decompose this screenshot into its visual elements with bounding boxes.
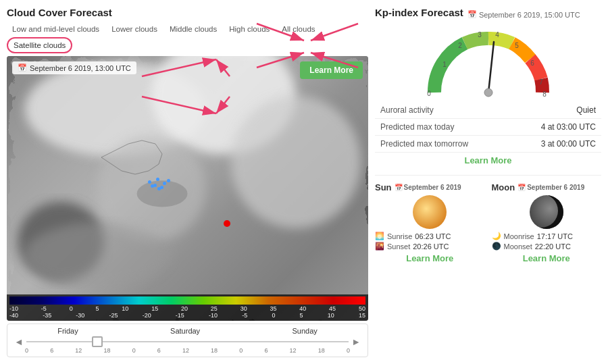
moon-title: Moon: [492, 182, 515, 192]
sunset-value: 20:26 UTC: [413, 242, 449, 251]
aurora-dot: [156, 178, 159, 181]
tab-lower-clouds[interactable]: Lower clouds: [106, 22, 163, 36]
sun-date: 📅 September 6 2019: [395, 184, 461, 191]
sunrise-value: 06:23 UTC: [415, 232, 451, 240]
sunrise-label: Sunrise: [387, 232, 412, 240]
timeline: Friday Saturday Sunday ◄ ► 0 6 12 18 0: [7, 323, 368, 357]
moonrise-icon: 🌙: [492, 232, 501, 240]
colorbar-container: -10 -5 0 5 10 15 20 25 30 35 40 45 50: [7, 294, 368, 321]
moon-times: 🌙 Moonrise 17:17 UTC 🌑 Moonset 22:20 UTC: [492, 232, 602, 251]
kp-max-today-value: 4 at 03:00 UTC: [511, 119, 601, 136]
kp-row-max-today: Predicted max today 4 at 03:00 UTC: [375, 119, 601, 136]
svg-point-6: [25, 223, 170, 286]
colorbar-top-labels: -10 -5 0 5 10 15 20 25 30 35 40 45 50: [9, 305, 365, 312]
kp-auroral-label: Auroral activity: [375, 102, 511, 119]
moon-date: 📅 September 6 2019: [517, 184, 584, 191]
kp-max-today-label: Predicted max today: [375, 119, 511, 136]
day-label-friday: Friday: [57, 327, 78, 335]
moonset-icon: 🌑: [492, 242, 501, 251]
kp-row-max-tomorrow: Predicted max tomorrow 3 at 00:00 UTC: [375, 136, 601, 153]
svg-point-24: [484, 88, 492, 97]
sun-date-text: September 6 2019: [404, 184, 461, 191]
aurora-dot: [151, 184, 154, 188]
right-panel: Kp-index Forecast 📅 September 6 2019, 15…: [375, 7, 601, 357]
cloud-tabs: Low and mid-level clouds Lower clouds Mi…: [7, 22, 368, 53]
kp-row-auroral: Auroral activity Quiet: [375, 102, 601, 119]
moonrise-row: 🌙 Moonrise 17:17 UTC: [492, 232, 602, 240]
kp-header: Kp-index Forecast 📅 September 6 2019, 15…: [375, 7, 601, 22]
sun-image: [413, 195, 447, 229]
aurora-dot: [167, 179, 170, 182]
moonset-label: Moonset: [504, 242, 532, 251]
kp-max-tomorrow-label: Predicted max tomorrow: [375, 136, 511, 153]
sunrise-row: 🌅 Sunrise 06:23 UTC: [375, 232, 485, 240]
moon-date-text: September 6 2019: [527, 184, 584, 191]
timeline-slider-row: ◄ ►: [11, 336, 363, 347]
moonset-value: 22:20 UTC: [535, 242, 571, 251]
sunrise-icon: 🌅: [375, 232, 384, 240]
moon-header: Moon 📅 September 6 2019: [492, 182, 602, 192]
sunset-row: 🌇 Sunset 20:26 UTC: [375, 242, 485, 251]
moon-learn-more-link[interactable]: Learn More: [492, 253, 602, 263]
colorbar: [9, 296, 365, 305]
moonset-row: 🌑 Moonset 22:20 UTC: [492, 242, 602, 251]
svg-text:4: 4: [495, 31, 499, 38]
svg-point-4: [231, 96, 361, 228]
kp-section: Kp-index Forecast 📅 September 6 2019, 15…: [375, 7, 601, 168]
kp-title: Kp-index Forecast: [375, 7, 463, 18]
cloud-pattern-svg: [7, 56, 368, 321]
svg-text:5: 5: [515, 42, 519, 49]
colorbar-bottom-labels: -40 -35 -30 -25 -20 -15 -10 -5 0 5 10 15: [9, 312, 365, 319]
tab-middle-clouds[interactable]: Middle clouds: [164, 22, 222, 36]
kp-learn-more-link[interactable]: Learn More: [375, 155, 601, 165]
map-background: 📅 September 6 2019, 13:00 UTC Learn More…: [7, 56, 368, 321]
timeline-handle[interactable]: [92, 336, 103, 347]
day-label-sunday: Sunday: [292, 327, 317, 335]
svg-text:6: 6: [530, 59, 534, 67]
timeline-hour-labels: 0 6 12 18 0 6 12 18 0 6 12 18 0: [11, 347, 363, 354]
aurora-dot: [148, 180, 151, 184]
svg-line-23: [488, 42, 494, 93]
sun-learn-more-link[interactable]: Learn More: [375, 253, 485, 263]
timeline-left-arrow[interactable]: ◄: [11, 336, 26, 347]
svg-point-7: [137, 180, 188, 207]
aurora-dot: [163, 182, 166, 185]
sun-title: Sun: [375, 182, 392, 192]
moon-image: [530, 195, 563, 229]
location-marker: [224, 220, 230, 227]
svg-text:2: 2: [458, 42, 462, 49]
left-panel: Cloud Cover Forecast Low and mid-level c…: [7, 7, 368, 357]
cloud-forecast-title: Cloud Cover Forecast: [7, 7, 368, 18]
kp-info-table: Auroral activity Quiet Predicted max tod…: [375, 102, 601, 153]
calendar-icon-kp: 📅: [467, 10, 477, 19]
moonrise-label: Moonrise: [504, 232, 534, 240]
gauge-svg: 0 1 2 3 4 5 6 7 8 9: [421, 25, 556, 99]
timeline-day-labels: Friday Saturday Sunday: [11, 327, 363, 335]
svg-text:1: 1: [442, 61, 447, 68]
map-learn-more-button[interactable]: Learn More: [300, 61, 363, 79]
svg-text:8: 8: [542, 90, 547, 98]
tab-satellite-clouds[interactable]: Satellite clouds: [7, 37, 72, 53]
timeline-line: [26, 341, 349, 342]
sunset-label: Sunset: [387, 242, 410, 251]
tab-low-mid-clouds[interactable]: Low and mid-level clouds: [7, 22, 105, 36]
map-timestamp-text: September 6 2019, 13:00 UTC: [30, 64, 131, 72]
timeline-right-arrow[interactable]: ►: [349, 336, 363, 347]
sun-moon-section: Sun 📅 September 6 2019 🌅 Sunrise 06:23 U…: [375, 182, 601, 266]
kp-date: 📅 September 6 2019, 15:00 UTC: [467, 10, 580, 19]
svg-text:0: 0: [427, 90, 431, 97]
svg-text:7: 7: [539, 78, 543, 86]
calendar-icon: 📅: [18, 63, 27, 72]
svg-text:3: 3: [478, 31, 482, 38]
cloud-map: 📅 September 6 2019, 13:00 UTC Learn More…: [7, 56, 368, 321]
moonrise-value: 17:17 UTC: [537, 232, 573, 240]
day-label-saturday: Saturday: [170, 327, 200, 335]
timeline-track-container[interactable]: [26, 341, 349, 342]
kp-auroral-value: Quiet: [511, 102, 601, 119]
tab-high-clouds[interactable]: High clouds: [224, 22, 275, 36]
tab-all-clouds[interactable]: All clouds: [276, 22, 320, 36]
kp-date-text: September 6 2019, 15:00 UTC: [479, 11, 580, 19]
sunset-icon: 🌇: [375, 242, 384, 251]
moon-section: Moon 📅 September 6 2019 🌙 Moonrise 17:17…: [492, 182, 602, 266]
kp-gauge: 0 1 2 3 4 5 6 7 8 9: [375, 22, 601, 102]
